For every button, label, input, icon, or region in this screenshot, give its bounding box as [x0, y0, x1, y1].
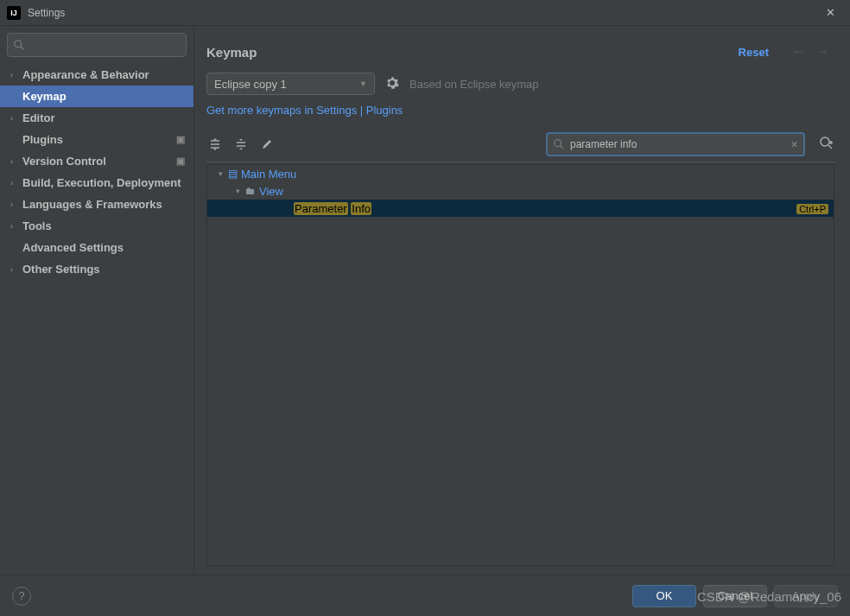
project-badge-icon: ▣: [176, 134, 185, 145]
svg-line-3: [561, 146, 564, 149]
ok-button[interactable]: OK: [632, 585, 696, 607]
svg-line-1: [21, 47, 24, 50]
clear-search-icon[interactable]: ✕: [790, 139, 798, 150]
sidebar-item-appearance-behavior[interactable]: ›Appearance & Behavior: [0, 64, 193, 86]
svg-point-0: [15, 41, 22, 48]
window-title: Settings: [28, 7, 817, 19]
sidebar-item-label: Keymap: [22, 90, 67, 103]
sidebar-item-label: Appearance & Behavior: [22, 68, 149, 81]
keymap-select-value: Eclipse copy 1: [214, 78, 287, 91]
find-by-shortcut-icon[interactable]: [819, 136, 834, 154]
keymap-toolbar: ✕: [206, 132, 834, 162]
project-badge-icon: ▣: [176, 156, 185, 167]
app-logo-icon: IJ: [7, 6, 21, 20]
chevron-right-icon: ›: [10, 179, 19, 187]
sidebar-item-label: Tools: [22, 219, 52, 232]
chevron-right-icon: ›: [10, 157, 19, 166]
apply-button[interactable]: Apply: [774, 585, 838, 607]
main-panel: Keymap Reset ← → Eclipse copy 1 ▼ Based …: [194, 26, 850, 575]
chevron-right-icon: ›: [10, 200, 19, 209]
reset-link[interactable]: Reset: [739, 46, 769, 59]
get-more-keymaps-link[interactable]: Get more keymaps in Settings | Plugins: [206, 104, 403, 117]
svg-point-2: [555, 140, 561, 147]
folder-icon: 🖿: [245, 185, 256, 197]
help-button[interactable]: ?: [12, 587, 31, 606]
chevron-down-icon: ▾: [233, 187, 242, 195]
dialog-footer: ? OK Cancel Apply: [0, 575, 850, 616]
action-label: Parameter Info: [294, 202, 371, 215]
sidebar-item-version-control[interactable]: ›Version Control▣: [0, 150, 193, 172]
menu-icon: ▤: [228, 168, 238, 180]
expand-all-icon[interactable]: [206, 136, 224, 153]
keymap-select[interactable]: Eclipse copy 1 ▼: [206, 73, 375, 95]
chevron-right-icon: ›: [10, 114, 19, 123]
sidebar-item-editor[interactable]: ›Editor: [0, 107, 193, 129]
tree-node-parameter-info[interactable]: Parameter Info Ctrl+P: [207, 200, 834, 217]
based-on-label: Based on Eclipse keymap: [409, 78, 539, 91]
settings-sidebar: ›Appearance & BehaviorKeymap›EditorPlugi…: [0, 26, 194, 575]
sidebar-item-label: Plugins: [22, 133, 63, 146]
close-icon[interactable]: ✕: [817, 6, 843, 19]
sidebar-item-languages-frameworks[interactable]: ›Languages & Frameworks: [0, 194, 193, 215]
shortcut-badge: Ctrl+P: [796, 202, 828, 215]
search-icon: [553, 138, 565, 150]
sidebar-search[interactable]: [7, 33, 187, 57]
edit-icon[interactable]: [258, 136, 276, 153]
sidebar-item-label: Advanced Settings: [22, 241, 124, 254]
chevron-right-icon: ›: [10, 222, 19, 231]
sidebar-search-input[interactable]: [29, 39, 181, 51]
action-search-input[interactable]: [570, 138, 790, 150]
sidebar-item-label: Editor: [22, 111, 55, 124]
tree-node-view[interactable]: ▾ 🖿 View: [207, 182, 834, 200]
collapse-all-icon[interactable]: [232, 136, 250, 153]
sidebar-item-keymap[interactable]: Keymap: [0, 86, 193, 107]
titlebar: IJ Settings ✕: [0, 0, 850, 26]
keymap-results: ▾ ▤ Main Menu ▾ 🖿 View Parameter Info Ct…: [206, 164, 834, 566]
tree-node-main-menu[interactable]: ▾ ▤ Main Menu: [207, 165, 834, 182]
nav-forward-icon[interactable]: →: [815, 44, 829, 60]
svg-point-4: [821, 137, 829, 146]
sidebar-item-label: Other Settings: [22, 263, 100, 276]
sidebar-item-build-execution-deployment[interactable]: ›Build, Execution, Deployment: [0, 172, 193, 194]
sidebar-item-plugins[interactable]: Plugins▣: [0, 129, 193, 150]
search-icon: [13, 39, 25, 51]
chevron-right-icon: ›: [10, 265, 19, 274]
sidebar-item-advanced-settings[interactable]: Advanced Settings: [0, 237, 193, 258]
tree-node-label: View: [259, 185, 283, 198]
gear-icon[interactable]: [385, 76, 399, 92]
chevron-down-icon: ▾: [216, 169, 225, 178]
sidebar-item-label: Languages & Frameworks: [22, 198, 162, 211]
action-search[interactable]: ✕: [546, 132, 805, 156]
sidebar-item-other-settings[interactable]: ›Other Settings: [0, 258, 193, 280]
settings-tree: ›Appearance & BehaviorKeymap›EditorPlugi…: [0, 64, 193, 575]
sidebar-item-tools[interactable]: ›Tools: [0, 215, 193, 237]
cancel-button[interactable]: Cancel: [703, 585, 767, 607]
chevron-down-icon: ▼: [359, 79, 367, 88]
page-title: Keymap: [206, 45, 739, 60]
nav-back-icon[interactable]: ←: [791, 44, 805, 60]
sidebar-item-label: Build, Execution, Deployment: [22, 176, 181, 189]
tree-node-label: Main Menu: [241, 168, 296, 181]
sidebar-item-label: Version Control: [22, 155, 106, 168]
chevron-right-icon: ›: [10, 71, 19, 79]
